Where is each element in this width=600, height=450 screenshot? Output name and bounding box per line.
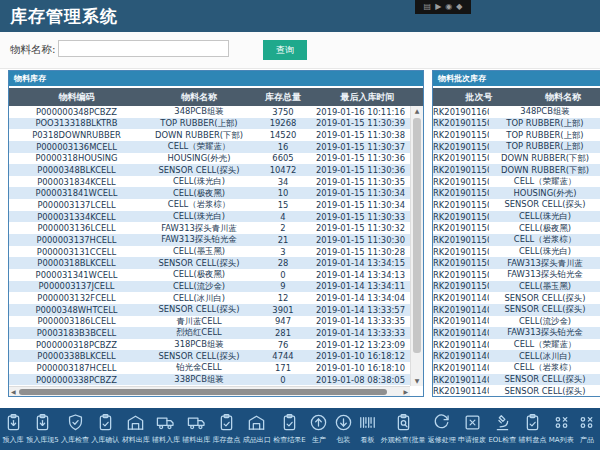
table-cell: 青川蓝CELL (144, 316, 254, 327)
scroll-right-icon[interactable]: ▶ (403, 387, 408, 396)
toolbar-item[interactable]: 库存盘点 (213, 413, 241, 445)
toolbar-item[interactable]: MA列表 (549, 413, 574, 445)
table-row[interactable]: RK2019011400013CELL（荣耀蓝） (433, 339, 600, 351)
table-row[interactable]: RK2019011500006CELL(极夜黑) (433, 222, 600, 234)
scroll-down-icon[interactable]: ▼ (411, 376, 423, 386)
table-row[interactable]: RK2019011500011FAW313探头铂光金 (433, 269, 600, 281)
table-row[interactable]: RK2019011400009SENSOR CELL(探头) (433, 304, 600, 316)
table-row[interactable]: RK2019011500003HOUSING(外壳) (433, 187, 600, 199)
query-button[interactable]: 查询 (263, 40, 307, 60)
toolbar-item[interactable]: 产品 (576, 413, 598, 445)
column-header: 批次号 (433, 91, 525, 104)
table-row[interactable]: P000000348PCBZZ348PCB组装37502019-01-16 10… (9, 106, 423, 118)
table-cell: P0003183B3BCELL (9, 328, 144, 338)
vertical-scrollbar[interactable]: ▲ ▼ (410, 106, 423, 386)
table-row[interactable]: P000003137HCELLFAW313探头铂光金212019-01-15 1… (9, 234, 423, 246)
table-row[interactable]: RK2019011500012CELL(墨玉黑) (433, 281, 600, 293)
screen-recorder-overlay[interactable]: ▤▶◉◆ (415, 0, 471, 14)
table-row[interactable]: P000031341WCELLCELL(极夜黑)02019-01-14 13:3… (9, 269, 423, 281)
table-row[interactable]: RK2019011500004CELL（荣耀蓝） (433, 176, 600, 188)
table-row[interactable]: P000003136LCELLFAW313探头青川蓝22019-01-15 11… (9, 222, 423, 234)
table-row[interactable]: RK2019011400007CELL(冰川白) (433, 350, 600, 362)
table-row[interactable]: RK2019011600001348PCB组装 (433, 106, 600, 118)
recorder-icon[interactable]: ▶ (435, 3, 441, 11)
table-row[interactable]: POO313318BLKTRBTOP RUBBER(上部)192682019-0… (9, 118, 423, 130)
toolbar-item[interactable]: 辅料出库 (182, 413, 210, 445)
table-cell: RK2019011400007 (433, 351, 489, 361)
table-row[interactable]: P0000318HOUSINGHOUSING(外壳)66052019-01-15… (9, 153, 423, 165)
scroll-up-icon[interactable]: ▲ (411, 106, 423, 116)
toolbar-item[interactable]: 检查结果E (273, 413, 305, 445)
table-row[interactable]: P000000318PCBZZ318PCB组装762019-01-12 13:2… (9, 339, 423, 351)
table-row[interactable]: P000003137JCELLCELL(流沙金)92019-01-14 13:3… (9, 281, 423, 293)
table-row[interactable]: RK2019011400004SENSOR CELL(探头) (433, 385, 600, 397)
toolbar-item-label: 申请报废 (458, 435, 486, 445)
table-row[interactable]: P0000338BLKCELLSENSOR CELL(探头)47442019-0… (9, 350, 423, 362)
table-row[interactable]: RK2019011500008CELL（岩浆棕） (433, 234, 600, 246)
table-row[interactable]: P000003186LCELL青川蓝CELL9472019-01-14 13:3… (9, 316, 423, 328)
table-row[interactable]: P000031834KCELLCELL(珠光白)342019-01-15 11:… (9, 176, 423, 188)
table-row[interactable]: P000003132FCELLCELL(冰川白)122019-01-14 13:… (9, 292, 423, 304)
table-cell: 4 (254, 212, 312, 222)
table-row[interactable]: P0000318BLKCELLSENSOR CELL(探头)282019-01-… (9, 257, 423, 269)
table-row[interactable]: RK2019011500001TOP RUBBER(上部) (433, 141, 600, 153)
recorder-icon[interactable]: ◆ (456, 3, 462, 11)
toolbar-item[interactable]: 申请报废 (458, 413, 486, 445)
horizontal-scroll-thumb[interactable] (19, 389, 387, 395)
table-row[interactable]: RK2019011500001TOP RUBBER(上部) (433, 118, 600, 130)
toolbar-item[interactable]: 入库检查 (61, 413, 89, 445)
toolbar-item[interactable]: 辅料入库 (152, 413, 180, 445)
table-cell: CELL(极夜黑) (489, 223, 600, 234)
table-row[interactable]: P0318DOWNRUBBERDOWN RUBBER(下部)145202019-… (9, 129, 423, 141)
table-row[interactable]: RK2019011500002DOWN RUBBER(下部) (433, 153, 600, 165)
vertical-scroll-thumb[interactable] (413, 118, 421, 353)
table-row[interactable]: P0000348WHTCELLSENSOR CELL(探头)39012019-0… (9, 304, 423, 316)
toolbar-item[interactable]: 包装 (332, 413, 354, 445)
toolbar-item[interactable]: 看板 (356, 413, 378, 445)
toolbar-item[interactable]: EOL检查 (488, 413, 516, 445)
table-row[interactable]: RK2019011400009SENSOR CELL(探头) (433, 292, 600, 304)
table-row[interactable]: RK2019011500001TOP RUBBER(上部) (433, 129, 600, 141)
toolbar-item[interactable]: 辅料盘点 (519, 413, 547, 445)
toolbar-item[interactable]: 预入库 (2, 413, 24, 445)
table-cell: 16 (254, 142, 312, 152)
toolbar-item[interactable]: 生产 (308, 413, 330, 445)
table-cell: RK2019011400009 (433, 293, 489, 303)
table-row[interactable]: RK2019011400005CELL（岩浆棕） (433, 362, 600, 374)
horizontal-scrollbar[interactable]: ◀ ▶ (9, 386, 410, 396)
table-row[interactable]: P000031334KCELLCELL(珠光白)42019-01-15 11:3… (9, 211, 423, 223)
toolbar-item[interactable]: 预入库现5 (26, 413, 58, 445)
table-cell: SENSOR CELL(探头) (144, 165, 254, 176)
table-row[interactable]: P0003183B3BCELL烈焰红CELL2812019-01-14 13:3… (9, 327, 423, 339)
material-name-input[interactable] (58, 40, 229, 57)
recorder-icon[interactable]: ▤ (424, 3, 432, 11)
table-row[interactable]: P000003136MCELLCELL（荣耀蓝）162019-01-15 11:… (9, 141, 423, 153)
toolbar-item[interactable]: 入库确认 (91, 413, 119, 445)
toolbar-item[interactable]: 成品出口 (243, 413, 271, 445)
table-row[interactable]: P000003131CCELLCELL(墨玉黑)32019-01-15 11:3… (9, 246, 423, 258)
toolbar-item-label: 返修处理 (428, 435, 456, 445)
toolbar-item[interactable]: 外观检查(批量 (381, 413, 426, 445)
scroll-left-icon[interactable]: ◀ (11, 387, 16, 396)
table-row[interactable]: P000003187HCELL铂光金CELL1712019-01-10 16:1… (9, 362, 423, 374)
table-row[interactable]: RK2019011500007CELL(珠光白) (433, 211, 600, 223)
toolbar-item-label: 生产 (312, 435, 326, 445)
toolbar-item[interactable]: 材料出库 (122, 413, 150, 445)
recorder-icon[interactable]: ◉ (445, 3, 452, 11)
table-row[interactable]: P000003137LCELLCELL（岩浆棕）152019-01-15 11:… (9, 199, 423, 211)
table-row[interactable]: RK2019011500005SENSOR CELL(探头) (433, 199, 600, 211)
table-row[interactable]: RK2019011500009CELL(珠光白) (433, 246, 600, 258)
left-table-header: 物料编码物料名称库存总量最后入库时间 (9, 88, 423, 106)
table-row[interactable]: P000000338PCBZZ338PCB组装02019-01-08 08:38… (9, 374, 423, 386)
table-row[interactable]: RK2019011500010FAW313探头青川蓝 (433, 257, 600, 269)
table-row[interactable]: P0000348BLKCELLSENSOR CELL(探头)104722019-… (9, 164, 423, 176)
table-row[interactable]: RK2019011400004SENSOR CELL(探头) (433, 374, 600, 386)
table-row[interactable]: P000031841WCELLCELL(极夜黑)102019-01-15 11:… (9, 187, 423, 199)
table-cell: 281 (254, 328, 312, 338)
circle-arrow-down-icon (334, 413, 353, 432)
table-row[interactable]: RK2019011400012FAW313探头铂光金 (433, 327, 600, 339)
table-row[interactable]: RK2019011400011CELL(流沙金) (433, 316, 600, 328)
toolbar-item[interactable]: 返修处理 (428, 413, 456, 445)
table-row[interactable]: RK2019011500002DOWN RUBBER(下部) (433, 164, 600, 176)
table-cell: 2019-01-14 13:34:04 (312, 293, 409, 303)
